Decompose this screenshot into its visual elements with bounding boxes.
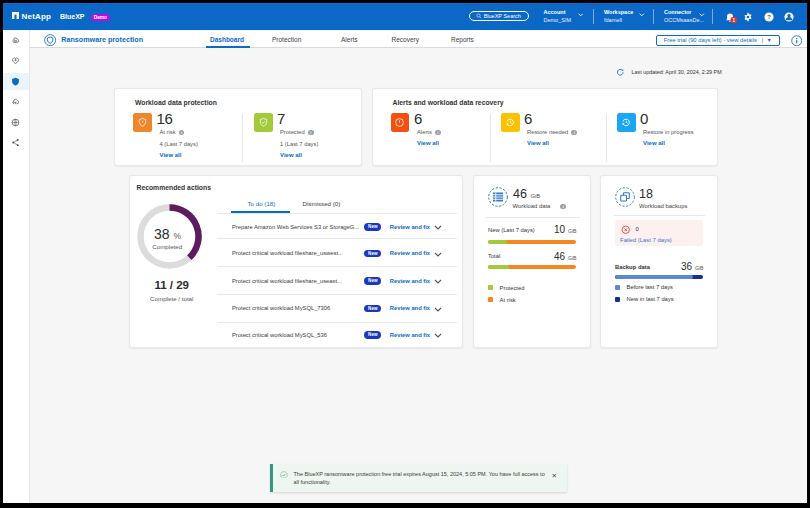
svg-text:?: ? xyxy=(767,14,771,20)
svg-text:1: 1 xyxy=(732,17,735,22)
